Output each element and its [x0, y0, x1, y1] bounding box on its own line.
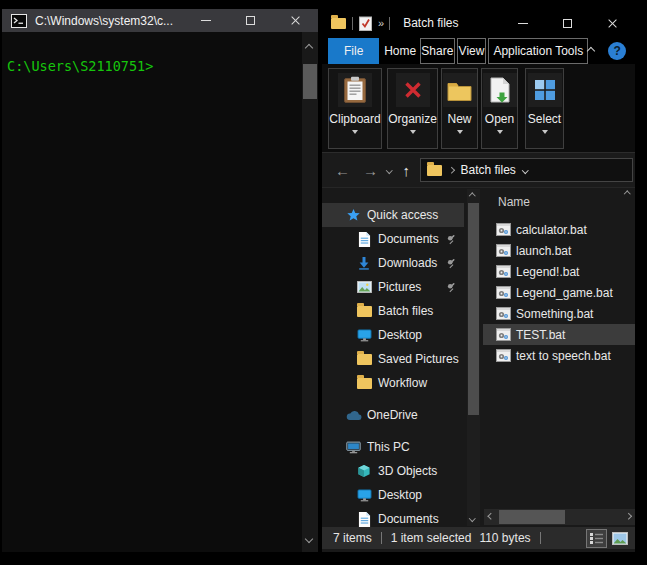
nav-item-quick-access[interactable]: Quick access: [322, 203, 464, 227]
forward-button[interactable]: →: [363, 163, 378, 178]
new-group-button[interactable]: New: [441, 68, 478, 149]
cmd-prompt-line: C:\Users\S2110751>: [2, 32, 318, 74]
file-row-legend-game[interactable]: Legend_game.bat: [483, 282, 635, 303]
separator: [540, 532, 541, 544]
folder-icon: [331, 18, 346, 29]
scroll-down-icon[interactable]: [469, 515, 475, 521]
nav-item-batch-files[interactable]: Batch files: [322, 299, 464, 323]
nav-item-documents[interactable]: Documents: [322, 227, 464, 251]
collapse-ribbon-icon[interactable]: [587, 47, 595, 55]
up-button[interactable]: ↑: [403, 163, 411, 178]
nav-item-onedrive[interactable]: OneDrive: [322, 403, 464, 427]
organize-group-button[interactable]: Organize: [387, 68, 438, 149]
batch-file-icon: [496, 307, 511, 320]
maximize-icon: [563, 19, 572, 28]
folder-icon: [355, 306, 373, 317]
nav-item-workflow[interactable]: Workflow: [322, 371, 464, 395]
cmd-minimize-button[interactable]: [183, 9, 228, 32]
explorer-content: Quick access Documents Downloads: [322, 188, 635, 527]
explorer-titlebar[interactable]: » Batch files: [322, 8, 635, 38]
star-icon: [344, 208, 362, 223]
cmd-maximize-button[interactable]: [228, 9, 273, 32]
nav-item-3d-objects[interactable]: 3D Objects: [322, 459, 464, 483]
scrollbar-thumb[interactable]: [303, 64, 317, 99]
desktop-icon: [355, 489, 373, 502]
address-dropdown-icon[interactable]: [522, 167, 528, 173]
scroll-up-icon[interactable]: [305, 44, 313, 52]
scroll-up-icon[interactable]: [469, 193, 475, 199]
batch-file-icon: [496, 328, 511, 341]
qat-expand-icon[interactable]: »: [378, 17, 383, 29]
tab-application-tools[interactable]: Application Tools: [488, 38, 588, 64]
ribbon-group-label: Open: [485, 112, 514, 126]
ribbon: Clipboard Organize New Open: [322, 64, 635, 153]
tab-home[interactable]: Home: [382, 38, 418, 64]
file-row-calculator[interactable]: calculator.bat: [483, 219, 635, 240]
cmd-close-button[interactable]: [273, 9, 318, 32]
nav-item-label: Saved Pictures: [378, 352, 459, 366]
cmd-vertical-scrollbar[interactable]: [302, 32, 318, 552]
nav-item-desktop-pc[interactable]: Desktop: [322, 483, 464, 507]
scroll-left-icon[interactable]: [488, 513, 494, 519]
file-row-test-selected[interactable]: TEST.bat: [483, 324, 635, 345]
dropdown-caret-icon: [542, 130, 548, 134]
cmd-titlebar[interactable]: C:\Windows\system32\c...: [2, 9, 318, 32]
nav-item-saved-pictures[interactable]: Saved Pictures: [322, 347, 464, 371]
nav-item-label: 3D Objects: [378, 464, 437, 478]
folder-icon: [427, 165, 442, 176]
document-icon: [355, 512, 373, 527]
cmd-output-area[interactable]: C:\Users\S2110751>: [2, 32, 318, 552]
open-file-icon: [483, 73, 517, 107]
delete-x-icon: [396, 73, 430, 107]
status-bar: 7 items 1 item selected 110 bytes: [322, 527, 635, 549]
tab-share[interactable]: Share: [420, 38, 455, 64]
cmd-window: C:\Windows\system32\c... C:\Users\S21107…: [2, 9, 318, 552]
nav-item-downloads[interactable]: Downloads: [322, 251, 464, 275]
breadcrumb-location[interactable]: Batch files: [461, 163, 516, 177]
file-row-something[interactable]: Something.bat: [483, 303, 635, 324]
explorer-maximize-button[interactable]: [545, 8, 590, 38]
explorer-window-title: Batch files: [403, 16, 500, 30]
explorer-close-button[interactable]: [590, 8, 635, 38]
open-group-button[interactable]: Open: [481, 68, 518, 149]
file-name: Something.bat: [516, 307, 593, 321]
scroll-right-icon[interactable]: [625, 513, 631, 519]
tab-view[interactable]: View: [457, 38, 487, 64]
properties-check-icon[interactable]: [359, 16, 372, 31]
column-header-name[interactable]: Name: [483, 188, 635, 215]
thumbnail-view-button[interactable]: [609, 529, 630, 548]
nav-item-pictures[interactable]: Pictures: [322, 275, 464, 299]
picture-icon: [355, 281, 373, 293]
file-row-launch[interactable]: launch.bat: [483, 240, 635, 261]
tab-file[interactable]: File: [328, 38, 379, 64]
cmd-icon: [11, 14, 27, 28]
clipboard-group-button[interactable]: Clipboard: [328, 68, 382, 149]
nav-scrollbar[interactable]: [467, 189, 480, 526]
back-button[interactable]: ←: [335, 163, 350, 178]
recent-locations-icon[interactable]: [386, 167, 392, 173]
nav-item-label: Workflow: [378, 376, 427, 390]
folder-icon: [355, 378, 373, 389]
file-list-pane: Name calculator.bat launch.bat Legend!.b…: [483, 188, 635, 527]
address-bar[interactable]: Batch files: [420, 158, 633, 182]
dropdown-caret-icon: [410, 130, 416, 134]
help-icon[interactable]: ?: [608, 42, 626, 60]
new-folder-icon: [443, 73, 477, 107]
batch-file-icon: [496, 223, 511, 236]
nav-item-this-pc[interactable]: This PC: [322, 435, 464, 459]
select-group-button[interactable]: Select: [525, 68, 564, 149]
scrollbar-thumb[interactable]: [499, 510, 565, 524]
document-icon: [355, 232, 373, 247]
close-icon: [607, 18, 618, 29]
pin-icon: [446, 234, 457, 245]
details-view-button[interactable]: [586, 529, 607, 548]
file-row-text-to-speech[interactable]: text to speech.bat: [483, 345, 635, 366]
explorer-minimize-button[interactable]: [500, 8, 545, 38]
file-row-legend[interactable]: Legend!.bat: [483, 261, 635, 282]
scrollbar-thumb[interactable]: [468, 203, 479, 415]
scroll-down-icon[interactable]: [305, 535, 313, 543]
nav-item-desktop[interactable]: Desktop: [322, 323, 464, 347]
nav-item-documents-pc[interactable]: Documents: [322, 507, 464, 527]
nav-item-label: Batch files: [378, 304, 433, 318]
horizontal-scrollbar[interactable]: [484, 509, 635, 525]
